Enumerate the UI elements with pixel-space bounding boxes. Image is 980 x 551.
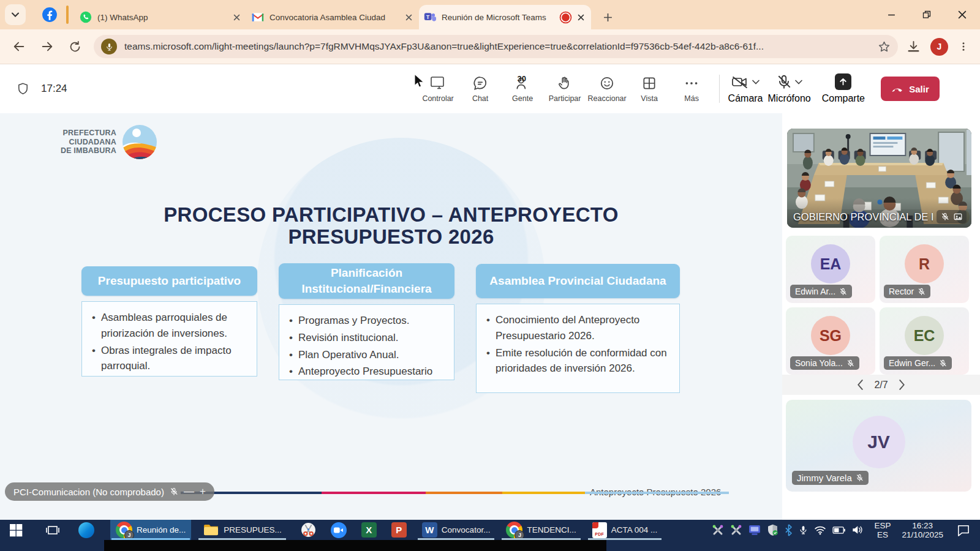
room-tile-name: GOBIERNO PROVINCIAL DE I... — [793, 211, 933, 223]
camera-options-chevron-icon[interactable] — [752, 79, 760, 85]
react-button[interactable]: Reaccionar — [586, 75, 628, 103]
close-tab-icon[interactable] — [403, 12, 414, 23]
spotlight-participant-tile[interactable]: JV Jimmy Varela — [786, 400, 971, 492]
bullet-item: Programas y Proyectos. — [285, 313, 447, 329]
slide-accent-line-orange — [426, 492, 502, 494]
mic-muted-icon — [941, 212, 949, 221]
window-controls — [873, 0, 980, 29]
tray-mic-icon[interactable] — [799, 524, 808, 536]
taskbar-app-folder[interactable]: PRESUPUES... — [197, 520, 287, 540]
taskbar-app-chrome2[interactable]: J TENDENCI... — [500, 520, 581, 540]
zoom-in-button[interactable]: + — [200, 485, 206, 498]
minimize-button[interactable] — [873, 0, 909, 29]
tab-search-button[interactable] — [5, 4, 26, 25]
chevron-down-icon — [11, 10, 20, 19]
imbabura-logo-mark — [122, 124, 157, 160]
camera-button[interactable]: Cámara — [728, 74, 763, 104]
raise-hand-button[interactable]: Participar — [544, 75, 586, 103]
participants-sidebar: GOBIERNO PROVINCIAL DE I... EA Edwin Ar.… — [782, 113, 980, 520]
download-icon[interactable] — [907, 40, 921, 54]
running-indicator — [588, 538, 662, 540]
close-window-button[interactable] — [944, 0, 980, 29]
teams-meeting-toolbar: 17:24 Controlar Chat 30 Gente Participar — [0, 64, 980, 113]
edge-icon[interactable] — [78, 522, 94, 538]
excel-icon[interactable]: X — [361, 522, 377, 538]
room-video-tile[interactable]: GOBIERNO PROVINCIAL DE I... — [787, 129, 971, 228]
tray-bluetooth-icon[interactable] — [785, 524, 793, 536]
tray-defender-icon[interactable] — [767, 524, 778, 536]
reload-button[interactable] — [69, 40, 81, 53]
participant-tile[interactable]: R Rector — [880, 236, 969, 303]
next-page-icon[interactable] — [899, 380, 905, 390]
tray-tool-icon[interactable] — [730, 524, 742, 536]
prefectura-logo: PREFECTURA CIUDADANA DE IMBABURA — [60, 124, 157, 160]
facebook-pinned-tab[interactable] — [42, 7, 58, 23]
microphone-button[interactable]: Micrófono — [768, 74, 811, 104]
taskbar-app-word[interactable]: W Convocator... — [417, 520, 496, 540]
zoom-out-button[interactable]: — — [184, 485, 194, 498]
chrome-icon: J — [116, 522, 132, 538]
mic-options-chevron-icon[interactable] — [794, 79, 803, 85]
view-button[interactable]: Vista — [628, 75, 671, 103]
participant-tile[interactable]: SG Sonia Yola... — [786, 307, 875, 375]
meeting-timer: 17:24 — [41, 83, 67, 95]
bullet-item: Asambleas parroquiales de priorización d… — [88, 310, 249, 342]
bullet-item: Obras integrales de impacto parroquial. — [88, 343, 249, 375]
snipping-tool-icon[interactable] — [301, 522, 316, 538]
zoom-icon[interactable] — [331, 522, 347, 538]
powerpoint-icon[interactable]: P — [391, 522, 407, 538]
tray-wifi-icon[interactable] — [814, 525, 826, 535]
mic-muted-icon — [918, 288, 925, 296]
running-indicator — [111, 538, 190, 540]
tab-whatsapp[interactable]: (1) WhatsApp — [75, 5, 247, 29]
participant-tile[interactable]: EC Edwin Ger... — [880, 307, 969, 375]
action-center-icon[interactable] — [957, 524, 970, 536]
bookmark-star-icon[interactable] — [878, 40, 891, 53]
address-bar[interactable]: teams.microsoft.com/light-meetings/launc… — [94, 35, 898, 58]
close-tab-icon[interactable] — [231, 12, 242, 23]
running-indicator — [418, 538, 495, 540]
meeting-info-shield-icon[interactable] — [16, 81, 30, 97]
column-header: Presupuesto participativo — [81, 266, 257, 296]
tab-label: Reunión de Microsoft Teams — [442, 13, 556, 22]
task-view-button[interactable] — [45, 523, 60, 538]
mic-off-icon — [776, 74, 792, 90]
tray-display-icon[interactable] — [748, 525, 761, 536]
logo-line: PREFECTURA — [60, 129, 116, 138]
tab-gmail-convocatoria[interactable]: Convocatoria Asamblea Ciudad — [247, 5, 419, 29]
taskbar-app-teams-chrome[interactable]: J Reunión de... — [110, 520, 191, 540]
folder-icon — [203, 523, 219, 537]
tray-tool-icon[interactable] — [712, 524, 724, 536]
share-screen-icon — [835, 73, 851, 90]
people-button[interactable]: 30 Gente — [502, 75, 544, 103]
tray-volume-icon[interactable] — [851, 525, 863, 535]
participant-name: Sonia Yola... — [795, 358, 843, 368]
back-button[interactable] — [12, 40, 26, 53]
tray-language-indicator[interactable]: ESP ES — [874, 521, 891, 539]
site-permissions-mic-icon[interactable] — [101, 39, 117, 54]
tray-clock[interactable]: 16:23 21/10/2025 — [902, 521, 943, 539]
close-tab-icon[interactable] — [575, 12, 586, 23]
restore-button[interactable] — [909, 0, 944, 29]
start-button[interactable] — [9, 523, 23, 538]
new-tab-button[interactable] — [598, 8, 617, 26]
people-count-badge: 30 — [518, 74, 526, 83]
bullet-item: Anteproyecto Presupuestario — [285, 364, 447, 380]
slide-column-planificacion: Planificación Institucional/Financiera P… — [279, 263, 454, 380]
tab-teams-meeting[interactable]: T Reunión de Microsoft Teams — [419, 5, 591, 29]
browser-menu-kebab-icon[interactable] — [958, 41, 969, 52]
chat-icon — [472, 75, 488, 91]
forward-button[interactable] — [40, 40, 54, 53]
whatsapp-icon — [80, 11, 92, 23]
previous-page-icon[interactable] — [857, 380, 864, 390]
profile-avatar[interactable]: J — [930, 38, 948, 56]
chat-button[interactable]: Chat — [459, 75, 502, 103]
share-button[interactable]: Comparte — [822, 73, 865, 104]
tray-battery-icon[interactable] — [832, 527, 845, 534]
taskbar-app-pdf[interactable]: PDF ACTA 004 ... — [587, 520, 663, 540]
participant-tile[interactable]: EA Edwin Ar... — [786, 236, 875, 303]
leave-button[interactable]: Salir — [881, 77, 940, 101]
slide-column-presupuesto: Presupuesto participativo Asambleas parr… — [81, 266, 257, 377]
presenter-status-pill[interactable]: PCI-Comunicacion (No comprobado) — + — [5, 482, 214, 501]
more-button[interactable]: Más — [671, 75, 713, 103]
